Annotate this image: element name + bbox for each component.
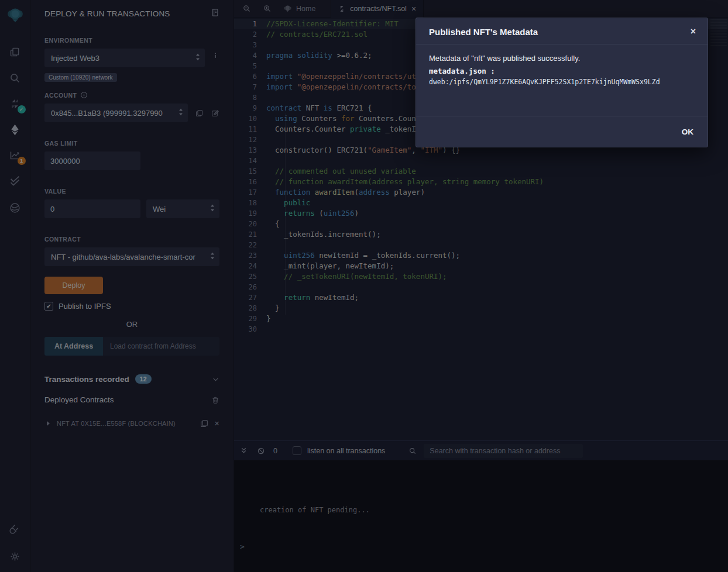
modal-footer: OK (416, 116, 708, 147)
modal-header: Published NFT's Metadata × (416, 18, 708, 44)
published-metadata-modal: Published NFT's Metadata × Metadata of "… (415, 18, 708, 147)
ok-button[interactable]: OK (682, 128, 693, 136)
modal-ipfs-hash: dweb:/ipfs/QmYL9P1Z7KE6AQvKJPFF52SX1p2TE… (429, 78, 695, 86)
modal-title: Published NFT's Metadata (429, 27, 538, 37)
modal-close-icon[interactable]: × (691, 27, 696, 36)
modal-file-label: metadata.json : (429, 67, 695, 75)
remix-ide-screen: ✓ 1 (0, 0, 728, 572)
modal-message: Metadata of "nft" was published successf… (429, 54, 695, 63)
modal-body: Metadata of "nft" was published successf… (416, 44, 708, 116)
